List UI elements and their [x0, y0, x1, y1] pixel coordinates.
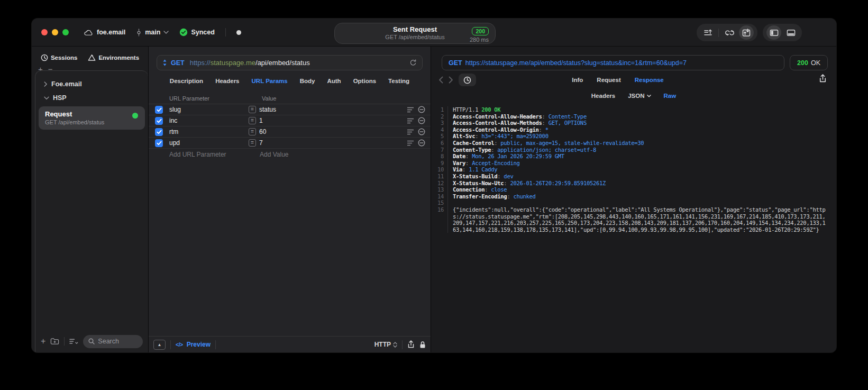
new-request-button[interactable]: + — [41, 337, 45, 346]
code-line: 9 Vary: Accept-Encoding — [431, 160, 828, 167]
tab-response[interactable]: Response — [635, 77, 664, 83]
share-icon[interactable] — [407, 340, 415, 349]
code-line: 15 — [431, 199, 828, 206]
row-remove-icon[interactable] — [418, 106, 425, 113]
code-line: 8 Date: Mon, 26 Jan 2026 20:29:59 GMT — [431, 153, 828, 160]
response-raw-view[interactable]: 1 HTTP/1.1 200 OK 2 Access-Control-Allow… — [431, 102, 836, 233]
param-row[interactable]: inc = 1 — [149, 115, 431, 126]
tree-group-hsp[interactable]: HSP — [35, 91, 148, 105]
line-text: Date: Mon, 26 Jan 2026 20:29:59 GMT — [453, 153, 564, 160]
param-row[interactable]: rtm = 60 — [149, 126, 431, 138]
new-folder-button[interactable] — [50, 338, 59, 345]
sync-status[interactable]: Synced — [179, 28, 214, 37]
toggle-bottom-panel-button[interactable] — [783, 25, 798, 40]
code-line: 7 Content-Type: application/json; charse… — [431, 147, 828, 153]
request-replay-button[interactable] — [739, 25, 754, 40]
line-text: Connection: close — [453, 186, 507, 193]
row-remove-icon[interactable] — [418, 117, 425, 124]
tab-description[interactable]: Description — [170, 78, 203, 84]
param-value-field[interactable]: status — [259, 106, 407, 113]
line-number: 11 — [431, 173, 448, 180]
row-reorder-icon[interactable] — [407, 129, 414, 135]
request-url-bar[interactable]: GET https://statuspage.me/api/embed/stat… — [157, 55, 423, 70]
param-row[interactable]: upd = 7 — [149, 138, 431, 149]
lock-icon[interactable] — [419, 341, 426, 349]
param-checkbox[interactable] — [155, 106, 163, 114]
param-name-field[interactable]: inc — [169, 117, 249, 124]
param-checkbox[interactable] — [155, 128, 163, 136]
sidebar-request-item[interactable]: Request GET /api/embed/status — [39, 106, 145, 130]
tab-info[interactable]: Info — [572, 77, 583, 83]
row-reorder-icon[interactable] — [407, 107, 414, 113]
tab-body[interactable]: Body — [300, 78, 315, 84]
toolbar-divider — [718, 29, 719, 37]
sort-options-button[interactable] — [69, 338, 78, 344]
project-menu[interactable]: foe.email — [84, 29, 125, 36]
line-number: 5 — [431, 133, 448, 140]
code-line: 1 HTTP/1.1 200 OK — [431, 106, 828, 113]
url-scheme: https:// — [190, 59, 211, 67]
export-list-button[interactable] — [700, 25, 715, 40]
line-number: 13 — [431, 186, 448, 193]
recording-dot[interactable] — [236, 30, 241, 35]
param-name-field[interactable]: rtm — [169, 128, 249, 135]
subtab-headers[interactable]: Headers — [591, 93, 615, 99]
param-name-field[interactable]: slug — [169, 106, 249, 113]
param-name-field[interactable]: upd — [169, 139, 249, 147]
tab-options[interactable]: Options — [353, 78, 376, 84]
tab-sessions-label: Sessions — [51, 55, 78, 61]
line-number: 16 — [431, 206, 448, 233]
tab-headers[interactable]: Headers — [215, 78, 239, 84]
response-status-box: 200 OK — [790, 55, 828, 70]
sync-status-label: Synced — [191, 29, 214, 36]
row-remove-icon[interactable] — [418, 128, 425, 135]
equals-operator-icon: = — [249, 139, 256, 147]
sidebar: Sessions Environments + − — [32, 47, 149, 352]
param-row[interactable]: slug = status — [149, 104, 431, 115]
close-window-button[interactable] — [41, 29, 48, 35]
line-number: 14 — [431, 193, 448, 200]
tree-group-foe-email[interactable]: Foe.email — [35, 77, 148, 91]
export-response-icon[interactable] — [819, 74, 827, 83]
param-checkbox[interactable] — [155, 139, 163, 147]
tab-testing[interactable]: Testing — [388, 78, 409, 84]
preview-button[interactable]: </> Preview — [176, 341, 211, 348]
protocol-select[interactable]: HTTP — [374, 341, 397, 348]
sent-request-pill[interactable]: Sent Request GET /api/embed/status 200 2… — [334, 23, 496, 44]
add-value-placeholder[interactable]: Add Value — [260, 151, 289, 158]
line-number: 8 — [431, 153, 448, 160]
tab-environments[interactable]: Environments — [88, 54, 139, 61]
param-value-field[interactable]: 1 — [259, 117, 407, 124]
param-value-field[interactable]: 60 — [259, 128, 407, 135]
titlebar: foe.email main Synced — [32, 19, 836, 47]
url-host: statuspage.me — [211, 59, 255, 67]
tab-request[interactable]: Request — [597, 77, 620, 83]
sidebar-search[interactable] — [83, 335, 143, 348]
add-param-row[interactable]: Add URL Parameter Add Value — [149, 149, 431, 160]
minimize-window-button[interactable] — [52, 29, 58, 35]
collapse-panel-button[interactable]: ▲ — [153, 340, 166, 350]
row-reorder-icon[interactable] — [407, 118, 414, 124]
resend-request-icon[interactable] — [409, 59, 417, 67]
subtab-json[interactable]: JSON — [628, 93, 651, 99]
row-reorder-icon[interactable] — [407, 140, 414, 146]
line-text: Cache-Control: public, max-age=15, stale… — [453, 140, 644, 147]
tab-environments-label: Environments — [98, 55, 139, 61]
zoom-window-button[interactable] — [62, 29, 69, 35]
row-remove-icon[interactable] — [418, 139, 425, 147]
branch-menu[interactable]: main — [136, 29, 169, 37]
tab-url-params[interactable]: URL Params — [252, 78, 288, 84]
param-value-field[interactable]: 7 — [259, 139, 407, 147]
tab-auth[interactable]: Auth — [327, 78, 341, 84]
add-param-placeholder[interactable]: Add URL Parameter — [169, 151, 249, 158]
code-line: 16 {"incidents":null,"overall":{"code":"… — [431, 206, 828, 233]
search-input[interactable] — [98, 338, 138, 345]
response-request-line[interactable]: GET https://statuspage.me/api/embed/stat… — [442, 55, 784, 70]
code-line: 13 Connection: close — [431, 186, 828, 193]
sync-loop-button[interactable] — [722, 25, 737, 40]
toggle-sidebar-button[interactable] — [766, 25, 781, 40]
tab-sessions[interactable]: Sessions — [41, 54, 78, 61]
subtab-raw[interactable]: Raw — [664, 93, 677, 99]
param-rows: slug = status — [149, 104, 431, 149]
param-checkbox[interactable] — [155, 117, 163, 125]
